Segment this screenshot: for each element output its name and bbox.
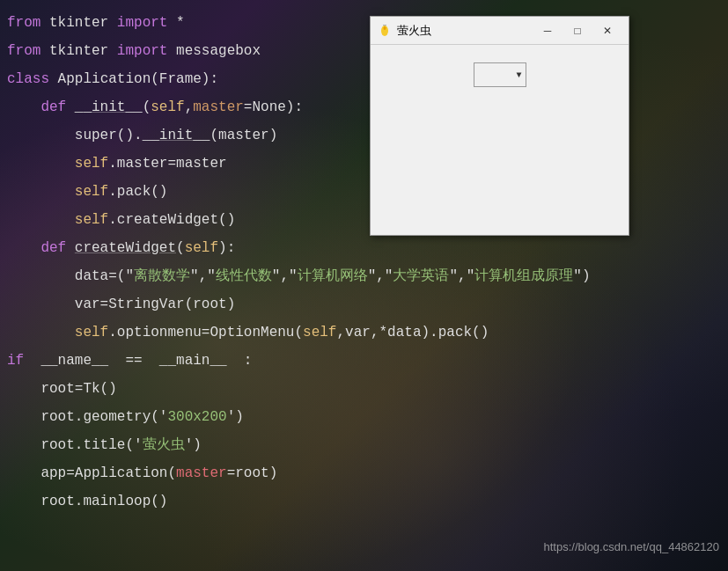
code-token: 计算机组成原理 [474, 268, 573, 284]
code-token: self [185, 240, 218, 256]
code-token: "," [449, 268, 474, 284]
minimize-button[interactable]: ─ [533, 22, 562, 40]
code-token: ') [227, 409, 244, 425]
code-token: master [193, 99, 244, 115]
code-token: ") [573, 268, 590, 284]
code-token: =root) [227, 465, 278, 481]
code-token: tkinter [40, 15, 116, 31]
maximize-button[interactable]: □ [563, 22, 592, 40]
close-button[interactable]: ✕ [593, 22, 621, 40]
code-token: if [7, 353, 24, 369]
code-token [7, 156, 75, 172]
code-token: root.geometry(' [7, 409, 167, 425]
window-controls: ─ □ ✕ [533, 22, 621, 40]
dropdown-arrow-icon: ▼ [516, 70, 521, 80]
code-token: root.title(' [7, 437, 143, 453]
code-token: 大学英语 [393, 268, 449, 284]
code-token [7, 184, 75, 200]
code-token: =None): [244, 99, 303, 115]
code-token: "," [190, 268, 216, 284]
option-menu-dropdown[interactable]: ▼ [474, 62, 526, 87]
code-token: ( [143, 99, 151, 115]
code-token: Application(Frame): [49, 71, 218, 87]
code-token [7, 325, 75, 340]
code-token: self [75, 212, 108, 228]
code-token: 离散数学 [134, 268, 190, 284]
window-content: ▼ [371, 45, 629, 235]
code-token: ( [176, 240, 185, 256]
code-token: 计算机网络 [298, 268, 368, 284]
code-line-line17: root.geometry('300x200') [0, 403, 728, 431]
code-line-line14: self.optionmenu=OptionMenu(self,var,*dat… [0, 318, 728, 347]
svg-line-3 [385, 25, 386, 26]
code-token: 线性代数 [216, 268, 272, 284]
code-line-line12: data=("离散数学","线性代数","计算机网络","大学英语","计算机组… [0, 262, 728, 290]
code-line-line19: app=Application(master=root) [0, 459, 728, 487]
code-token: createWidget [75, 240, 176, 256]
code-token: 300x200 [167, 409, 226, 425]
code-line-line20: root.mainloop() [0, 487, 728, 516]
app-icon [378, 24, 392, 38]
code-token: root.mainloop() [7, 494, 167, 509]
svg-point-1 [384, 26, 386, 30]
window-title: 萤火虫 [397, 23, 533, 39]
code-token: def [7, 240, 75, 256]
code-token: data=(" [7, 268, 134, 284]
code-token: ): [218, 240, 235, 256]
code-token: , [185, 99, 194, 115]
code-token: from [7, 15, 40, 31]
titlebar: 萤火虫 ─ □ ✕ [371, 17, 629, 45]
url-watermark: https://blog.csdn.net/qq_44862120 [544, 540, 720, 553]
code-token: from [7, 43, 40, 59]
code-token: .createWidget() [108, 212, 235, 228]
code-token [7, 212, 75, 228]
code-token: self [151, 99, 184, 115]
code-token: * [167, 15, 184, 31]
code-token: .master=master [108, 156, 226, 172]
code-token: self [75, 184, 108, 200]
code-token: def [7, 99, 75, 115]
code-token: import [117, 43, 168, 59]
code-token: __name__ == __main__ : [24, 353, 252, 369]
code-token: self [75, 325, 108, 340]
code-line-line16: root=Tk() [0, 375, 728, 403]
code-token: 萤火虫 [143, 437, 185, 453]
svg-line-2 [383, 25, 385, 26]
code-token: self [303, 325, 336, 340]
code-token: ') [185, 437, 202, 453]
code-token: "," [368, 268, 393, 284]
code-token: class [7, 71, 49, 87]
code-line-line18: root.title('萤火虫') [0, 431, 728, 459]
tkinter-window: 萤火虫 ─ □ ✕ ▼ [370, 16, 629, 236]
code-token: root=Tk() [7, 381, 117, 397]
code-token: __init__ [75, 99, 143, 115]
code-token: master [176, 465, 227, 481]
code-token: (master) [210, 128, 277, 143]
code-token: import [117, 15, 168, 31]
code-token: tkinter [40, 43, 116, 59]
code-line-line15: if __name__ == __main__ : [0, 347, 728, 375]
code-line-line13: var=StringVar(root) [0, 290, 728, 318]
code-token: ,var,*data).pack() [336, 325, 489, 340]
code-token: .pack() [108, 184, 167, 200]
code-line-line11: def createWidget(self): [0, 234, 728, 262]
code-token: messagebox [167, 43, 261, 59]
code-token: app=Application( [7, 465, 176, 481]
code-token: __init__ [143, 128, 210, 143]
code-token: var=StringVar(root) [7, 296, 235, 312]
code-token: .optionmenu=OptionMenu( [108, 325, 303, 340]
code-token: self [75, 156, 108, 172]
code-token: super(). [7, 128, 143, 143]
code-token: "," [272, 268, 298, 284]
